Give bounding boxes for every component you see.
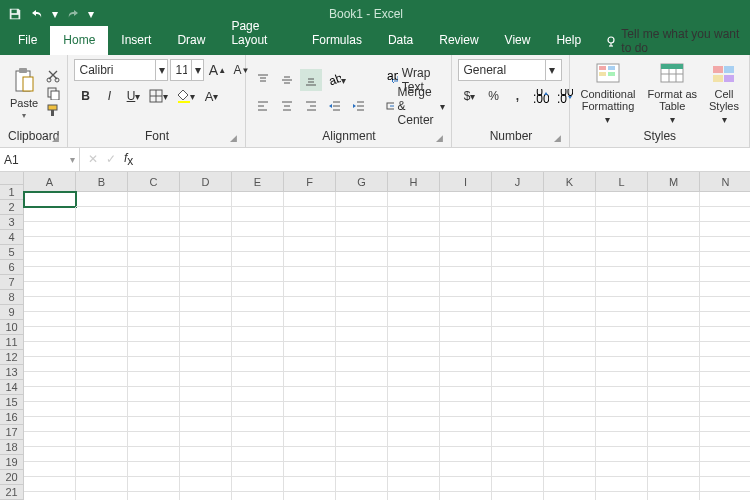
cell[interactable]: [440, 477, 492, 492]
cell[interactable]: [128, 402, 180, 417]
cell[interactable]: [180, 477, 232, 492]
cell[interactable]: [232, 282, 284, 297]
qa-dd2[interactable]: ▾: [88, 7, 94, 21]
cell[interactable]: [492, 237, 544, 252]
cell[interactable]: [232, 372, 284, 387]
cell[interactable]: [76, 372, 128, 387]
cell[interactable]: [284, 252, 336, 267]
cell[interactable]: [700, 447, 750, 462]
cell[interactable]: [648, 282, 700, 297]
copy-icon[interactable]: [46, 86, 60, 100]
col-header[interactable]: B: [76, 172, 128, 192]
font-name-combo[interactable]: ▾: [74, 59, 168, 81]
cell[interactable]: [388, 207, 440, 222]
cell[interactable]: [128, 237, 180, 252]
cell[interactable]: [596, 372, 648, 387]
currency-button[interactable]: $ ▾: [458, 85, 480, 107]
align-right-icon[interactable]: [300, 95, 322, 117]
row-header[interactable]: 18: [0, 440, 24, 455]
cell[interactable]: [544, 282, 596, 297]
row-header[interactable]: 8: [0, 290, 24, 305]
italic-button[interactable]: I: [98, 85, 120, 107]
spreadsheet-grid[interactable]: 123456789101112131415161718192021 ABCDEF…: [0, 172, 750, 500]
col-header[interactable]: I: [440, 172, 492, 192]
cell[interactable]: [648, 252, 700, 267]
cell[interactable]: [388, 357, 440, 372]
cell[interactable]: [648, 417, 700, 432]
cell[interactable]: [76, 447, 128, 462]
cell[interactable]: [492, 357, 544, 372]
cell[interactable]: [180, 312, 232, 327]
row-header[interactable]: 12: [0, 350, 24, 365]
cell[interactable]: [76, 282, 128, 297]
cell[interactable]: [492, 282, 544, 297]
cell[interactable]: [700, 387, 750, 402]
cell[interactable]: [24, 327, 76, 342]
row-header[interactable]: 21: [0, 485, 24, 500]
cell[interactable]: [336, 267, 388, 282]
cell[interactable]: [76, 432, 128, 447]
row-header[interactable]: 6: [0, 260, 24, 275]
cell[interactable]: [544, 462, 596, 477]
cell[interactable]: [284, 237, 336, 252]
cell[interactable]: [336, 192, 388, 207]
cell[interactable]: [232, 342, 284, 357]
cell[interactable]: [544, 402, 596, 417]
row-header[interactable]: 9: [0, 305, 24, 320]
tab-formulas[interactable]: Formulas: [299, 26, 375, 55]
border-button[interactable]: ▾: [146, 85, 171, 107]
cell[interactable]: [24, 357, 76, 372]
cell[interactable]: [596, 237, 648, 252]
cell[interactable]: [700, 297, 750, 312]
cell[interactable]: [648, 342, 700, 357]
cell[interactable]: [440, 312, 492, 327]
cell[interactable]: [76, 342, 128, 357]
cell[interactable]: [596, 282, 648, 297]
cell[interactable]: [336, 417, 388, 432]
align-top-icon[interactable]: [252, 69, 274, 91]
cell[interactable]: [180, 372, 232, 387]
cell[interactable]: [596, 432, 648, 447]
cell[interactable]: [648, 357, 700, 372]
cell[interactable]: [128, 282, 180, 297]
cell[interactable]: [388, 237, 440, 252]
cell[interactable]: [180, 237, 232, 252]
cell[interactable]: [596, 462, 648, 477]
cell[interactable]: [180, 357, 232, 372]
col-header[interactable]: F: [284, 172, 336, 192]
cell[interactable]: [232, 402, 284, 417]
enter-icon[interactable]: ✓: [106, 152, 116, 166]
cell[interactable]: [76, 357, 128, 372]
col-header[interactable]: K: [544, 172, 596, 192]
cell[interactable]: [128, 462, 180, 477]
cell-styles-button[interactable]: Cell Styles▾: [705, 62, 743, 125]
cell[interactable]: [284, 417, 336, 432]
cell[interactable]: [24, 492, 76, 500]
cell[interactable]: [388, 192, 440, 207]
cell[interactable]: [336, 252, 388, 267]
cell[interactable]: [388, 417, 440, 432]
undo-icon[interactable]: [30, 8, 44, 20]
cell[interactable]: [440, 387, 492, 402]
cell[interactable]: [648, 402, 700, 417]
cell[interactable]: [232, 207, 284, 222]
align-bottom-icon[interactable]: [300, 69, 322, 91]
cell[interactable]: [596, 477, 648, 492]
cell[interactable]: [76, 327, 128, 342]
cell[interactable]: [700, 492, 750, 500]
cell[interactable]: [232, 492, 284, 500]
cell[interactable]: [440, 252, 492, 267]
cell[interactable]: [544, 417, 596, 432]
tab-review[interactable]: Review: [426, 26, 491, 55]
cell[interactable]: [336, 372, 388, 387]
cell[interactable]: [128, 312, 180, 327]
cell[interactable]: [440, 207, 492, 222]
cell[interactable]: [648, 237, 700, 252]
cell[interactable]: [24, 387, 76, 402]
row-header[interactable]: 17: [0, 425, 24, 440]
cell[interactable]: [648, 447, 700, 462]
cell[interactable]: [76, 312, 128, 327]
cell[interactable]: [180, 432, 232, 447]
cell[interactable]: [76, 222, 128, 237]
tab-home[interactable]: Home: [50, 26, 108, 55]
